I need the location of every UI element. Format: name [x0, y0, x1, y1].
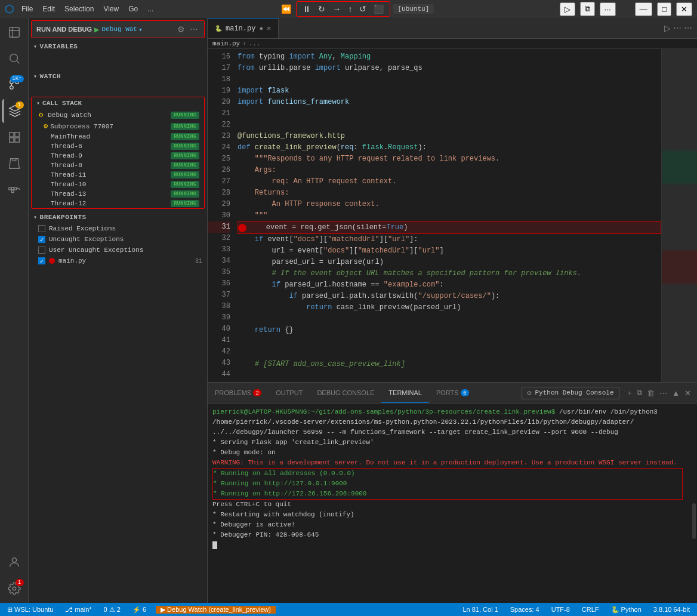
callstack-subprocess[interactable]: ⚙ Subprocess 77007 RUNNING — [32, 121, 204, 132]
callstack-thread-13[interactable]: Thread-13 RUNNING — [32, 189, 204, 199]
terminal-content[interactable]: pierrick@LAPTOP-HKU5PNNG:~/git/add-ons-s… — [208, 404, 697, 603]
watch-section-header[interactable]: ▾ WATCH — [29, 70, 207, 82]
status-version[interactable]: 3.8.10 64-bit — [651, 606, 692, 613]
variables-section-header[interactable]: ▾ VARIABLES — [29, 41, 207, 53]
terminal-line-debug-mode: * Debug mode: on — [212, 448, 692, 458]
callstack-thread-8[interactable]: Thread-8 RUNNING — [32, 161, 204, 170]
config-name: Debug Wat — [102, 26, 137, 33]
panel-tab-debug-console[interactable]: DEBUG CONSOLE — [310, 383, 381, 403]
status-encoding[interactable]: UTF-8 — [549, 606, 572, 613]
breadcrumb: main.py › ... — [208, 39, 697, 49]
activity-settings[interactable]: 1 — [2, 577, 26, 600]
activity-source-control[interactable]: 1K+ — [2, 73, 26, 97]
split-terminal-btn[interactable]: ⧉ — [636, 387, 643, 399]
activity-account[interactable] — [2, 550, 26, 574]
maximize-panel-btn[interactable]: ▲ — [671, 387, 681, 399]
activity-testing[interactable] — [2, 152, 26, 175]
menu-go[interactable]: Go — [128, 5, 138, 13]
ports-label: PORTS — [436, 389, 459, 396]
tab-close-btn[interactable]: ✕ — [267, 24, 271, 33]
more-btn[interactable]: ··· — [600, 2, 616, 16]
minimap — [661, 49, 697, 382]
callstack-thread-12[interactable]: Thread-12 RUNNING — [32, 199, 204, 208]
breadcrumb-more[interactable]: ... — [249, 40, 261, 47]
minimap-content — [662, 49, 697, 382]
breakpoints-section-header[interactable]: ▾ BREAKPOINTS — [29, 211, 207, 223]
minimize-btn[interactable]: — — [635, 2, 652, 16]
subprocess-icon: ⚙ — [44, 122, 48, 131]
debug-step-out-btn[interactable]: ↑ — [346, 3, 354, 15]
debug-pause-btn[interactable]: ⏸ — [300, 3, 313, 15]
status-spaces[interactable]: Spaces: 4 — [508, 606, 542, 613]
code-line-17: from urllib.parse import urlparse, parse… — [238, 63, 661, 74]
gear-btn[interactable]: ⚙ — [176, 23, 186, 35]
debug-stop-btn[interactable]: ⬛ — [371, 3, 386, 15]
close-btn[interactable]: ✕ — [676, 2, 692, 16]
svg-point-1 — [10, 54, 17, 62]
debug-back-btn[interactable]: ⏪ — [279, 3, 294, 15]
callstack-header[interactable]: ▾ CALL STACK — [32, 97, 204, 109]
activity-search[interactable] — [2, 47, 26, 70]
activity-explorer[interactable] — [2, 20, 26, 44]
menu-selection[interactable]: Selection — [64, 5, 94, 13]
callstack-chevron: ▾ — [36, 100, 40, 107]
bp-uncaught-check[interactable]: ✓ — [38, 236, 45, 243]
status-branch[interactable]: ⎇ main* — [63, 606, 94, 614]
callstack-debug-watch[interactable]: ⚙ Debug Watch RUNNING — [32, 109, 204, 121]
more-actions-btn[interactable]: ⋯ — [684, 23, 692, 33]
menu-edit[interactable]: Edit — [42, 5, 55, 13]
callstack-thread-9[interactable]: Thread-9 RUNNING — [32, 151, 204, 161]
status-position[interactable]: Ln 81, Col 1 — [460, 606, 500, 613]
status-eol[interactable]: CRLF — [579, 606, 602, 613]
more-debug-btn[interactable]: ⋯ — [189, 23, 199, 35]
editor-area: 🐍 main.py ● ✕ ▷ ⋯ ⋯ main.py › ... 16 — [208, 18, 697, 603]
panel-tab-terminal[interactable]: TERMINAL — [381, 383, 429, 403]
menu-more[interactable]: ... — [147, 5, 153, 13]
panel-tab-ports[interactable]: PORTS 6 — [429, 383, 476, 403]
run-all-btn[interactable]: ▷ — [560, 2, 575, 16]
bp-raised-check[interactable] — [38, 225, 45, 232]
callstack-thread-11[interactable]: Thread-11 RUNNING — [32, 170, 204, 180]
eol-label: CRLF — [582, 606, 599, 613]
callstack-main-thread[interactable]: MainThread RUNNING — [32, 132, 204, 141]
status-ports[interactable]: ⚡ 6 — [130, 606, 149, 614]
status-debug[interactable]: ▶ Debug Watch (create_link_preview) — [156, 606, 276, 614]
menu-file[interactable]: File — [21, 5, 33, 13]
status-sync[interactable]: 0 ⚠ 2 — [101, 606, 123, 614]
code-line-31: event = req.get_json(silent=True) — [238, 221, 661, 234]
status-language[interactable]: 🐍 Python — [609, 606, 644, 614]
watch-chevron: ▾ — [33, 73, 38, 80]
breadcrumb-file[interactable]: main.py — [212, 40, 240, 47]
play-icon[interactable]: ▶ — [94, 24, 99, 35]
activity-extensions[interactable] — [2, 125, 26, 149]
split-editor-btn[interactable]: ⋯ — [673, 23, 681, 33]
bp-user-uncaught-check[interactable] — [38, 247, 45, 254]
callstack-thread-10[interactable]: Thread-10 RUNNING — [32, 180, 204, 189]
callstack-thread-6[interactable]: Thread-6 RUNNING — [32, 141, 204, 151]
panel-tab-output[interactable]: OUTPUT — [269, 383, 310, 403]
terminal-label: TERMINAL — [388, 389, 422, 396]
panel-tab-problems[interactable]: PROBLEMS 2 — [208, 383, 269, 403]
bp-main-check[interactable]: ✓ — [38, 257, 45, 264]
activity-docker[interactable] — [2, 178, 26, 202]
bp-user-uncaught-label: User Uncaught Exceptions — [49, 247, 143, 254]
close-panel-btn[interactable]: ✕ — [683, 387, 692, 399]
split-btn[interactable]: ⧉ — [580, 2, 595, 16]
menu-view[interactable]: View — [103, 5, 119, 13]
trash-terminal-btn[interactable]: 🗑 — [646, 387, 656, 399]
run-file-btn[interactable]: ▷ — [664, 23, 671, 33]
debug-step-over-btn[interactable]: ↻ — [316, 3, 328, 15]
status-wsl[interactable]: ⊞ WSL: Ubuntu — [5, 606, 55, 614]
add-terminal-btn[interactable]: + — [627, 387, 634, 399]
python-debug-console-btn[interactable]: ⚙ Python Debug Console — [522, 387, 619, 399]
debug-step-into-btn[interactable]: → — [330, 3, 343, 15]
bp-raised-label: Raised Exceptions — [49, 225, 116, 232]
maximize-btn[interactable]: □ — [657, 2, 671, 16]
more-terminal-btn[interactable]: ⋯ — [658, 387, 668, 399]
tab-main-py[interactable]: 🐍 main.py ● ✕ — [208, 18, 279, 38]
console-label: Python Debug Console — [535, 389, 614, 396]
terminal-scrollbar[interactable] — [692, 503, 696, 539]
debug-restart-btn[interactable]: ↺ — [357, 3, 369, 15]
activity-debug[interactable]: 1 — [2, 99, 26, 123]
debug-config-select[interactable]: Debug Wat ▾ — [102, 26, 174, 33]
